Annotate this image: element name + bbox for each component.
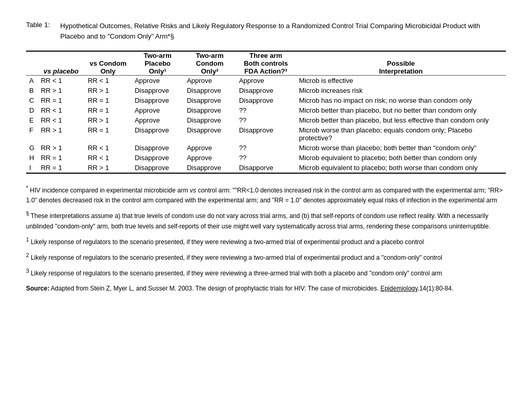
col5-value: Disapprove: [236, 125, 296, 143]
rr-vs-condom: RR < 1: [84, 76, 131, 86]
rr-vs-placebo: RR < 1: [38, 76, 84, 86]
col3-value: Approve: [131, 115, 184, 125]
col-empty: [26, 52, 38, 75]
source-label: Source:: [26, 285, 50, 292]
col6-interpretation: Microb increases risk: [296, 86, 506, 95]
rr-vs-condom: RR < 1: [84, 143, 131, 153]
rr-vs-placebo: RR < 1: [38, 105, 84, 115]
col4-value: Disapprove: [184, 95, 236, 105]
col3-value: Disapprove: [131, 163, 184, 173]
rr-vs-condom: RR = 1: [84, 125, 131, 143]
footnotes: * HIV incidence compared in experimental…: [26, 184, 506, 294]
footnote-3: 3 Likely response of regulators to the s…: [26, 267, 506, 279]
table-row: I RR = 1 RR > 1 Disapprove Disapprove Di…: [26, 163, 506, 173]
col6-interpretation: Microb worse than placebo; both better t…: [296, 143, 506, 153]
header-row: vs placebo vs Condom Only Two-arm Placeb…: [26, 52, 506, 75]
col4-value: Disapprove: [184, 86, 236, 95]
col5-value: ??: [236, 115, 296, 125]
table-label: Table 1:: [26, 21, 50, 41]
row-id: B: [26, 86, 38, 95]
row-id: E: [26, 115, 38, 125]
col5-value: ??: [236, 105, 296, 115]
table-row: E RR < 1 RR > 1 Approve Disapprove ?? Mi…: [26, 115, 506, 125]
rr-vs-condom: RR > 1: [84, 115, 131, 125]
col3-value: Disapprove: [131, 86, 184, 95]
row-id: D: [26, 105, 38, 115]
table-row: A RR < 1 RR < 1 Approve Approve Approve …: [26, 76, 506, 86]
col3-value: Disapprove: [131, 143, 184, 153]
rr-vs-placebo: RR = 1: [38, 153, 84, 163]
col3-value: Disapprove: [131, 95, 184, 105]
source-journal: Epidemiology: [380, 285, 417, 292]
rr-vs-condom: RR > 1: [84, 86, 131, 95]
rr-vs-placebo: RR = 1: [38, 95, 84, 105]
caption-line2: Placebo and to "Condom Only" Arm*§: [61, 32, 174, 40]
table-row: H RR = 1 RR < 1 Disapprove Approve ?? Mi…: [26, 153, 506, 163]
caption-line1: Hypothetical Outcomes, Relative Risks an…: [61, 22, 480, 30]
table-row: F RR > 1 RR = 1 Disapprove Disapprove Di…: [26, 125, 506, 143]
rr-vs-condom: RR < 1: [84, 153, 131, 163]
footnote-2: 2 Likely response of regulators to the s…: [26, 251, 506, 263]
col4-value: Disapprove: [184, 125, 236, 143]
footnote-asterisk: * HIV incidence compared in experimental…: [26, 184, 506, 206]
row-id: G: [26, 143, 38, 153]
col5-value: ??: [236, 153, 296, 163]
rr-vs-condom: RR = 1: [84, 95, 131, 105]
col5-value: Approve: [236, 76, 296, 86]
col6-interpretation: Microb equivalent to placebo; both bette…: [296, 153, 506, 163]
col-three-arm: Three arm Both controls FDA Action?³: [236, 52, 296, 75]
rr-vs-placebo: RR > 1: [38, 86, 84, 95]
col3-value: Disapprove: [131, 153, 184, 163]
col6-interpretation: Microb better than placebo, but no bette…: [296, 105, 506, 115]
col4-value: Approve: [184, 153, 236, 163]
col4-value: Disapprove: [184, 163, 236, 173]
row-id: C: [26, 95, 38, 105]
col5-value: ??: [236, 143, 296, 153]
col6-interpretation: Microb has no impact on risk; no worse t…: [296, 95, 506, 105]
rr-vs-condom: RR = 1: [84, 105, 131, 115]
col-vs-condom: vs Condom Only: [84, 52, 131, 75]
main-table: vs placebo vs Condom Only Two-arm Placeb…: [26, 51, 506, 174]
rr-vs-placebo: RR = 1: [38, 163, 84, 173]
rr-vs-condom: RR > 1: [84, 163, 131, 173]
col-two-arm-placebo: Two-arm Placebo Only¹: [131, 52, 184, 75]
col3-value: Approve: [131, 105, 184, 115]
row-id: I: [26, 163, 38, 173]
table-row: D RR < 1 RR = 1 Approve Disapprove ?? Mi…: [26, 105, 506, 115]
row-id: A: [26, 76, 38, 86]
table-title: Table 1: Hypothetical Outcomes, Relative…: [26, 21, 506, 41]
col4-value: Disapprove: [184, 105, 236, 115]
table-row: G RR > 1 RR < 1 Disapprove Approve ?? Mi…: [26, 143, 506, 153]
col3-value: Approve: [131, 76, 184, 86]
table-caption: Hypothetical Outcomes, Relative Risks an…: [61, 21, 480, 41]
col6-interpretation: Microb better than placebo, but less eff…: [296, 115, 506, 125]
col-interpretation: Possible Interpretation: [296, 52, 506, 75]
row-id: H: [26, 153, 38, 163]
col6-interpretation: Microb is effective: [296, 76, 506, 86]
rr-vs-placebo: RR > 1: [38, 125, 84, 143]
col-two-arm-condom: Two-arm Condom Only²: [184, 52, 236, 75]
col5-value: Disapprove: [236, 86, 296, 95]
col5-value: Disapprove: [236, 95, 296, 105]
table-row: C RR = 1 RR = 1 Disapprove Disapprove Di…: [26, 95, 506, 105]
rr-vs-placebo: RR > 1: [38, 143, 84, 153]
col6-interpretation: Microb equivalent to placebo; both worse…: [296, 163, 506, 173]
source-line: Source: Adapted from Stein Z, Myer L, an…: [26, 284, 506, 294]
col-vs-placebo: vs placebo: [38, 52, 84, 75]
footnote-1: 1 Likely response of regulators to the s…: [26, 236, 506, 247]
row-id: F: [26, 125, 38, 143]
col3-value: Disapprove: [131, 125, 184, 143]
footnote-section: § These interpretations assume a) that t…: [26, 210, 506, 231]
col5-value: Disapporve: [236, 163, 296, 173]
col6-interpretation: Microb worse than placebo; equals condom…: [296, 125, 506, 143]
col4-value: Disapprove: [184, 115, 236, 125]
col4-value: Approve: [184, 143, 236, 153]
col4-value: Approve: [184, 76, 236, 86]
table-row: B RR > 1 RR > 1 Disapprove Disapprove Di…: [26, 86, 506, 95]
rr-vs-placebo: RR < 1: [38, 115, 84, 125]
